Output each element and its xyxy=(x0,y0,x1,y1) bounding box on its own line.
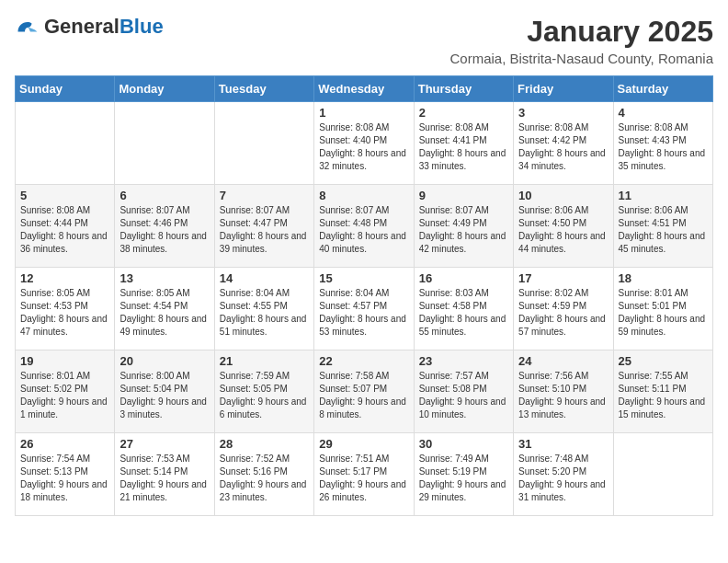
calendar-week-row: 5Sunrise: 8:08 AM Sunset: 4:44 PM Daylig… xyxy=(16,185,713,268)
day-info: Sunrise: 8:07 AM Sunset: 4:46 PM Dayligh… xyxy=(119,204,209,256)
calendar-cell: 14Sunrise: 8:04 AM Sunset: 4:55 PM Dayli… xyxy=(214,268,313,350)
calendar-cell: 30Sunrise: 7:49 AM Sunset: 5:19 PM Dayli… xyxy=(414,433,513,516)
weekday-header: Saturday xyxy=(613,76,712,102)
calendar-cell xyxy=(16,102,115,185)
day-number: 23 xyxy=(419,354,508,368)
day-info: Sunrise: 8:07 AM Sunset: 4:47 PM Dayligh… xyxy=(220,204,309,256)
calendar-week-row: 12Sunrise: 8:05 AM Sunset: 4:53 PM Dayli… xyxy=(16,268,713,350)
calendar-cell: 6Sunrise: 8:07 AM Sunset: 4:46 PM Daylig… xyxy=(115,185,214,268)
day-info: Sunrise: 7:49 AM Sunset: 5:19 PM Dayligh… xyxy=(419,453,508,504)
calendar-cell: 17Sunrise: 8:02 AM Sunset: 4:59 PM Dayli… xyxy=(514,268,613,350)
day-info: Sunrise: 8:00 AM Sunset: 5:04 PM Dayligh… xyxy=(119,370,209,421)
day-number: 20 xyxy=(119,354,209,368)
title-area: January 2025 Cormaia, Bistrita-Nasaud Co… xyxy=(449,15,713,66)
calendar-cell: 26Sunrise: 7:54 AM Sunset: 5:13 PM Dayli… xyxy=(16,433,115,516)
day-number: 11 xyxy=(619,189,708,202)
day-info: Sunrise: 7:52 AM Sunset: 5:16 PM Dayligh… xyxy=(220,453,309,504)
calendar-cell: 25Sunrise: 7:55 AM Sunset: 5:11 PM Dayli… xyxy=(613,350,712,433)
day-info: Sunrise: 8:06 AM Sunset: 4:50 PM Dayligh… xyxy=(518,204,608,256)
day-number: 16 xyxy=(419,271,508,285)
weekday-header: Tuesday xyxy=(214,76,313,102)
day-number: 8 xyxy=(319,189,408,202)
day-number: 27 xyxy=(119,437,209,451)
calendar-cell: 15Sunrise: 8:04 AM Sunset: 4:57 PM Dayli… xyxy=(314,268,414,350)
day-number: 3 xyxy=(518,106,608,120)
weekday-header: Sunday xyxy=(16,76,115,102)
day-info: Sunrise: 7:58 AM Sunset: 5:07 PM Dayligh… xyxy=(319,370,408,421)
day-number: 9 xyxy=(419,189,508,202)
day-number: 4 xyxy=(619,106,708,120)
day-info: Sunrise: 8:08 AM Sunset: 4:44 PM Dayligh… xyxy=(20,204,109,256)
day-info: Sunrise: 8:04 AM Sunset: 4:57 PM Dayligh… xyxy=(319,287,408,339)
calendar-cell: 4Sunrise: 8:08 AM Sunset: 4:43 PM Daylig… xyxy=(613,102,712,185)
day-info: Sunrise: 8:05 AM Sunset: 4:54 PM Dayligh… xyxy=(119,287,209,339)
day-number: 1 xyxy=(319,106,408,120)
calendar-cell: 8Sunrise: 8:07 AM Sunset: 4:48 PM Daylig… xyxy=(314,185,414,268)
page-header: GeneralBlue January 2025 Cormaia, Bistri… xyxy=(15,15,713,66)
day-number: 7 xyxy=(220,189,309,202)
calendar-cell: 9Sunrise: 8:07 AM Sunset: 4:49 PM Daylig… xyxy=(414,185,513,268)
day-info: Sunrise: 7:55 AM Sunset: 5:11 PM Dayligh… xyxy=(619,370,708,421)
day-info: Sunrise: 8:08 AM Sunset: 4:42 PM Dayligh… xyxy=(518,121,608,173)
calendar-week-row: 19Sunrise: 8:01 AM Sunset: 5:02 PM Dayli… xyxy=(16,350,713,433)
day-info: Sunrise: 8:05 AM Sunset: 4:53 PM Dayligh… xyxy=(20,287,109,339)
day-info: Sunrise: 8:04 AM Sunset: 4:55 PM Dayligh… xyxy=(220,287,309,339)
calendar-cell: 12Sunrise: 8:05 AM Sunset: 4:53 PM Dayli… xyxy=(16,268,115,350)
calendar-cell: 18Sunrise: 8:01 AM Sunset: 5:01 PM Dayli… xyxy=(613,268,712,350)
calendar-cell: 28Sunrise: 7:52 AM Sunset: 5:16 PM Dayli… xyxy=(214,433,313,516)
weekday-header: Wednesday xyxy=(314,76,414,102)
day-info: Sunrise: 7:51 AM Sunset: 5:17 PM Dayligh… xyxy=(319,453,408,504)
day-number: 26 xyxy=(20,437,109,451)
calendar-table: SundayMondayTuesdayWednesdayThursdayFrid… xyxy=(15,75,713,516)
calendar-cell: 21Sunrise: 7:59 AM Sunset: 5:05 PM Dayli… xyxy=(214,350,313,433)
calendar-cell: 23Sunrise: 7:57 AM Sunset: 5:08 PM Dayli… xyxy=(414,350,513,433)
day-number: 24 xyxy=(518,354,608,368)
calendar-cell: 7Sunrise: 8:07 AM Sunset: 4:47 PM Daylig… xyxy=(214,185,313,268)
calendar-cell: 10Sunrise: 8:06 AM Sunset: 4:50 PM Dayli… xyxy=(514,185,613,268)
day-info: Sunrise: 8:06 AM Sunset: 4:51 PM Dayligh… xyxy=(619,204,708,256)
calendar-cell: 5Sunrise: 8:08 AM Sunset: 4:44 PM Daylig… xyxy=(16,185,115,268)
calendar-header: SundayMondayTuesdayWednesdayThursdayFrid… xyxy=(16,76,713,102)
day-info: Sunrise: 8:01 AM Sunset: 5:01 PM Dayligh… xyxy=(619,287,708,339)
day-number: 30 xyxy=(419,437,508,451)
calendar-cell: 29Sunrise: 7:51 AM Sunset: 5:17 PM Dayli… xyxy=(314,433,414,516)
calendar-body: 1Sunrise: 8:08 AM Sunset: 4:40 PM Daylig… xyxy=(16,102,713,516)
day-info: Sunrise: 8:07 AM Sunset: 4:48 PM Dayligh… xyxy=(319,204,408,256)
calendar-cell: 3Sunrise: 8:08 AM Sunset: 4:42 PM Daylig… xyxy=(514,102,613,185)
day-info: Sunrise: 8:08 AM Sunset: 4:40 PM Dayligh… xyxy=(319,121,408,173)
logo-general: General xyxy=(44,15,119,38)
day-info: Sunrise: 7:53 AM Sunset: 5:14 PM Dayligh… xyxy=(119,453,209,504)
calendar-cell: 19Sunrise: 8:01 AM Sunset: 5:02 PM Dayli… xyxy=(16,350,115,433)
day-number: 28 xyxy=(220,437,309,451)
day-info: Sunrise: 7:59 AM Sunset: 5:05 PM Dayligh… xyxy=(220,370,309,421)
calendar-subtitle: Cormaia, Bistrita-Nasaud County, Romania xyxy=(449,51,713,66)
day-number: 18 xyxy=(619,271,708,285)
calendar-cell xyxy=(115,102,214,185)
day-number: 10 xyxy=(518,189,608,202)
day-number: 12 xyxy=(20,271,109,285)
day-info: Sunrise: 8:02 AM Sunset: 4:59 PM Dayligh… xyxy=(518,287,608,339)
day-number: 2 xyxy=(419,106,508,120)
day-number: 29 xyxy=(319,437,408,451)
day-number: 25 xyxy=(619,354,708,368)
day-number: 31 xyxy=(518,437,608,451)
day-number: 15 xyxy=(319,271,408,285)
day-info: Sunrise: 8:01 AM Sunset: 5:02 PM Dayligh… xyxy=(20,370,109,421)
calendar-cell: 13Sunrise: 8:05 AM Sunset: 4:54 PM Dayli… xyxy=(115,268,214,350)
day-number: 5 xyxy=(20,189,109,202)
day-number: 6 xyxy=(119,189,209,202)
day-number: 13 xyxy=(119,271,209,285)
day-info: Sunrise: 8:03 AM Sunset: 4:58 PM Dayligh… xyxy=(419,287,508,339)
logo-text: GeneralBlue xyxy=(44,15,164,39)
logo-icon xyxy=(15,19,40,36)
calendar-cell: 24Sunrise: 7:56 AM Sunset: 5:10 PM Dayli… xyxy=(514,350,613,433)
day-info: Sunrise: 7:54 AM Sunset: 5:13 PM Dayligh… xyxy=(20,453,109,504)
logo-blue: Blue xyxy=(119,15,164,38)
calendar-cell: 20Sunrise: 8:00 AM Sunset: 5:04 PM Dayli… xyxy=(115,350,214,433)
calendar-cell xyxy=(613,433,712,516)
day-info: Sunrise: 8:07 AM Sunset: 4:49 PM Dayligh… xyxy=(419,204,508,256)
calendar-cell: 1Sunrise: 8:08 AM Sunset: 4:40 PM Daylig… xyxy=(314,102,414,185)
calendar-cell: 27Sunrise: 7:53 AM Sunset: 5:14 PM Dayli… xyxy=(115,433,214,516)
calendar-week-row: 26Sunrise: 7:54 AM Sunset: 5:13 PM Dayli… xyxy=(16,433,713,516)
logo: GeneralBlue xyxy=(15,15,164,39)
